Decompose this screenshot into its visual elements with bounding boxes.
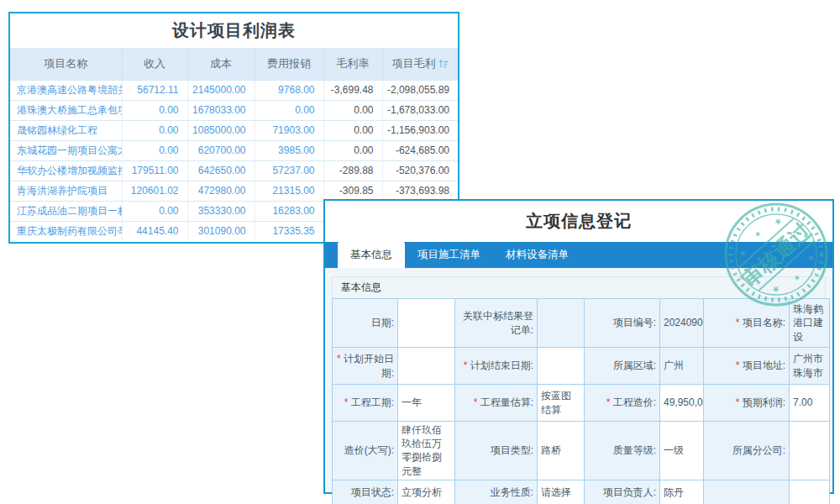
cost-cell: 353330.00 <box>187 201 255 221</box>
registration-content: 基本信息 日期: 关联中标结果登记单: 项目编号: 2024090007 项目名… <box>325 268 832 492</box>
cost-cell: 301090.00 <box>187 221 255 241</box>
col-header-income[interactable]: 收入 <box>122 48 187 80</box>
field-label-project-duration: 工程工期: <box>333 385 398 422</box>
project-name-cell[interactable]: 江苏成品油二期项目一标段 <box>10 201 122 221</box>
field-label-plan-end-date: 计划结束日期: <box>455 348 538 385</box>
expense-cell: 17335.35 <box>255 221 323 241</box>
field-label-project-address: 项目地址: <box>704 348 790 385</box>
profit-table-title: 设计项目利润表 <box>10 13 458 48</box>
income-cell: 56712.11 <box>122 80 187 100</box>
gross-profit-cell: -2,098,055.89 <box>382 80 458 100</box>
field-value-related-bid-result[interactable] <box>538 299 585 348</box>
expense-cell: 0.00 <box>255 100 323 120</box>
tab-bar: 基本信息 项目施工清单 材料设备清单 <box>325 242 832 268</box>
field-value-project-name[interactable]: 珠海鹤港口建设 <box>790 299 830 348</box>
col-header-project-name[interactable]: 项目名称 <box>10 48 122 80</box>
income-cell: 0.00 <box>122 100 187 120</box>
income-cell: 0.00 <box>122 120 187 140</box>
gross-profit-cell: -520,376.00 <box>382 160 458 181</box>
field-value-business-nature[interactable]: 请选择 <box>538 480 585 504</box>
col-header-gross-profit-label: 项目毛利 <box>392 57 436 70</box>
project-name-cell[interactable]: 晟铭园林绿化工程 <box>10 120 122 140</box>
tab-construction-list[interactable]: 项目施工清单 <box>405 242 493 268</box>
col-header-cost[interactable]: 成本 <box>187 48 255 80</box>
field-label-cost-in-words: 造价(大写): <box>333 422 398 480</box>
field-label-empty <box>704 480 790 504</box>
field-value-project-duration[interactable]: 一年 <box>398 385 455 422</box>
project-name-cell[interactable]: 华软办公楼增加视频监控项 <box>10 160 122 181</box>
margin-cell: -289.88 <box>323 160 382 181</box>
income-cell: 179511.00 <box>122 160 187 181</box>
expense-cell: 71903.00 <box>255 120 323 140</box>
field-value-project-number: 2024090007 <box>660 299 704 348</box>
col-header-gross-profit[interactable]: 项目毛利 <box>382 48 458 80</box>
field-value-project-type[interactable]: 路桥 <box>538 422 585 480</box>
col-header-margin[interactable]: 毛利率 <box>323 48 382 80</box>
cost-cell: 642650.00 <box>187 160 255 181</box>
field-label-project-cost: 工程造价: <box>585 385 660 422</box>
table-row[interactable]: 晟铭园林绿化工程 0.00 1085000.00 71903.00 0.00 -… <box>10 120 458 140</box>
margin-cell: 0.00 <box>323 140 382 160</box>
registration-panel: 立项信息登记 基本信息 项目施工清单 材料设备清单 基本信息 日期: 关联中标结… <box>323 199 834 494</box>
field-label-region: 所属区域: <box>585 348 660 385</box>
project-name-cell[interactable]: 京港澳高速公路粤境韶关至 <box>10 80 122 100</box>
field-label-project-name: 项目名称: <box>704 299 790 348</box>
table-row[interactable]: 港珠澳大桥施工总承包项目 0.00 1678033.00 0.00 0.00 -… <box>10 100 458 120</box>
gross-profit-cell: -1,156,903.00 <box>382 120 458 140</box>
cost-cell: 472980.00 <box>187 181 255 201</box>
expense-cell: 16283.00 <box>255 201 323 221</box>
registration-title: 立项信息登记 <box>325 201 832 242</box>
field-label-project-leader: 项目负责人: <box>585 480 660 504</box>
cost-cell: 1678033.00 <box>187 100 255 120</box>
project-name-cell[interactable]: 重庆太极制药有限公司亳州 <box>10 221 122 241</box>
profit-header-row: 项目名称 收入 成本 费用报销 毛利率 项目毛利 <box>10 48 458 80</box>
section-header-basic-info: 基本信息 <box>332 276 826 298</box>
gross-profit-cell: -373,693.98 <box>382 181 458 201</box>
expense-cell: 3985.00 <box>255 140 323 160</box>
margin-cell: -309.85 <box>323 181 382 201</box>
field-value-project-cost[interactable]: 49,950,088.00 <box>660 385 704 422</box>
income-cell: 0.00 <box>122 201 187 221</box>
field-value-cost-in-words[interactable]: 肆仟玖佰玖拾伍万零捌拾捌元整 <box>398 422 455 480</box>
col-header-expense[interactable]: 费用报销 <box>255 48 323 80</box>
project-name-cell[interactable]: 港珠澳大桥施工总承包项目 <box>10 100 122 120</box>
project-name-cell[interactable]: 东城花园一期项目公寓大堂 <box>10 140 122 160</box>
field-label-related-bid-result: 关联中标结果登记单: <box>455 299 538 348</box>
sort-icon[interactable] <box>438 59 449 69</box>
gross-profit-cell: -1,678,033.00 <box>382 100 458 120</box>
field-value-project-leader[interactable]: 陈丹 <box>660 480 704 504</box>
income-cell: 0.00 <box>122 140 187 160</box>
field-value-quantity-estimate[interactable]: 按蓝图结算 <box>538 385 585 422</box>
field-value-plan-end-date[interactable] <box>538 348 585 385</box>
field-value-project-status[interactable]: 立项分析 <box>398 480 455 504</box>
cost-cell: 620700.00 <box>187 140 255 160</box>
field-value-expected-profit[interactable]: 7.00 <box>790 385 830 422</box>
field-value-project-address[interactable]: 广州市珠海市 <box>790 348 830 385</box>
gross-profit-cell: -624,685.00 <box>382 140 458 160</box>
field-value-date[interactable] <box>398 299 455 348</box>
field-value-empty[interactable] <box>790 480 830 504</box>
table-row[interactable]: 青海洪湖养护院项目 120601.02 472980.00 21315.00 -… <box>10 181 458 201</box>
expense-cell: 21315.00 <box>255 181 323 201</box>
tab-basic-info[interactable]: 基本信息 <box>338 242 405 268</box>
table-row[interactable]: 东城花园一期项目公寓大堂 0.00 620700.00 3985.00 0.00… <box>10 140 458 160</box>
field-label-project-type: 项目类型: <box>455 422 538 480</box>
tab-material-equipment-list[interactable]: 材料设备清单 <box>493 242 581 268</box>
field-label-quantity-estimate: 工程量估算: <box>455 385 538 422</box>
cost-cell: 1085000.00 <box>187 120 255 140</box>
field-value-region[interactable]: 广州 <box>660 348 704 385</box>
income-cell: 44145.40 <box>122 221 187 241</box>
margin-cell: 0.00 <box>323 120 382 140</box>
field-label-branch-company: 所属分公司: <box>704 422 790 480</box>
field-label-plan-start-date: 计划开始日期: <box>333 348 398 385</box>
project-name-cell[interactable]: 青海洪湖养护院项目 <box>10 181 122 201</box>
field-label-project-number: 项目编号: <box>585 299 660 348</box>
table-row[interactable]: 京港澳高速公路粤境韶关至 56712.11 2145000.00 9768.00… <box>10 80 458 100</box>
field-value-quality-grade[interactable]: 一级 <box>660 422 704 480</box>
field-value-plan-start-date[interactable] <box>398 348 455 385</box>
field-label-business-nature: 业务性质: <box>455 480 538 504</box>
basic-info-form: 日期: 关联中标结果登记单: 项目编号: 2024090007 项目名称: 珠海… <box>332 298 830 504</box>
cost-cell: 2145000.00 <box>187 80 255 100</box>
field-value-branch-company[interactable] <box>790 422 830 480</box>
table-row[interactable]: 华软办公楼增加视频监控项 179511.00 642650.00 57237.0… <box>10 160 458 181</box>
